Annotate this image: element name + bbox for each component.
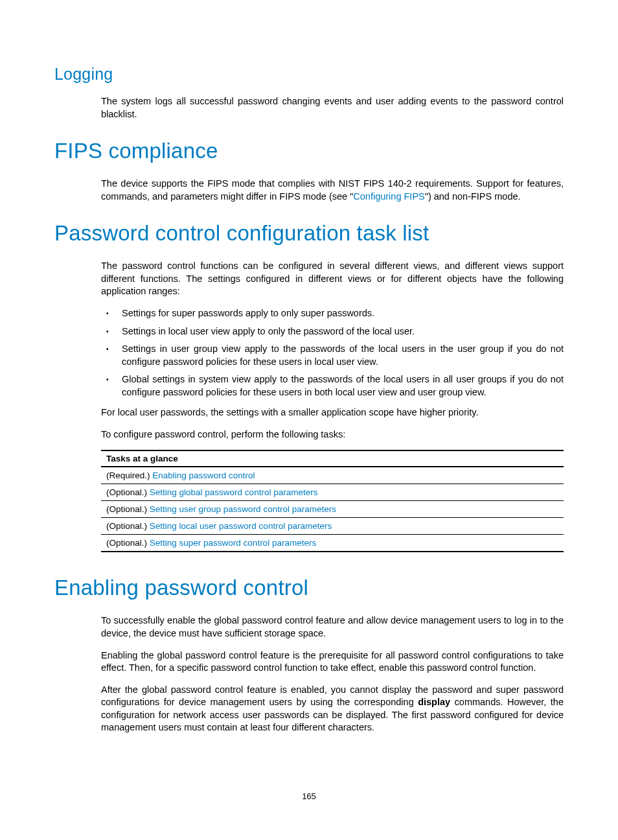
list-item: Settings in local user view apply to onl… — [101, 325, 564, 338]
enabling-p3-bold: display — [418, 697, 450, 707]
enabling-p1: To successfully enable the global passwo… — [101, 614, 564, 640]
enabling-p2: Enabling the global password control fea… — [101, 649, 564, 675]
row-prefix: (Optional.) — [106, 521, 150, 531]
row-prefix: (Required.) — [106, 471, 152, 480]
list-item: Settings in user group view apply to the… — [101, 343, 564, 368]
tasklist-intro: The password control functions can be co… — [101, 260, 564, 298]
enabling-p3: After the global password control featur… — [101, 684, 564, 734]
table-row: (Optional.) Setting super password contr… — [101, 535, 564, 552]
logging-paragraph: The system logs all successful password … — [101, 95, 564, 121]
tasklist-bullets: Settings for super passwords apply to on… — [101, 307, 564, 399]
link-setting-local-user-params[interactable]: Setting local user password control para… — [150, 521, 332, 531]
list-item: Global settings in system view apply to … — [101, 373, 564, 399]
tasks-table-header: Tasks at a glance — [101, 450, 564, 467]
link-enabling-password-control[interactable]: Enabling password control — [152, 471, 255, 480]
table-row: (Required.) Enabling password control — [101, 467, 564, 484]
fips-paragraph: The device supports the FIPS mode that c… — [101, 178, 564, 203]
row-prefix: (Optional.) — [106, 487, 150, 497]
row-prefix: (Optional.) — [106, 504, 150, 514]
table-row: (Optional.) Setting user group password … — [101, 501, 564, 518]
heading-tasklist: Password control configuration task list — [54, 221, 564, 246]
heading-enabling: Enabling password control — [54, 576, 564, 600]
tasklist-configure: To configure password control, perform t… — [101, 428, 564, 441]
row-prefix: (Optional.) — [106, 538, 150, 548]
table-row: (Optional.) Setting local user password … — [101, 518, 564, 535]
list-item: Settings for super passwords apply to on… — [101, 307, 564, 320]
page-number: 165 — [0, 791, 618, 801]
heading-fips: FIPS compliance — [54, 139, 564, 163]
link-setting-global-params[interactable]: Setting global password control paramete… — [150, 487, 318, 497]
fips-text-post: ") and non-FIPS mode. — [425, 191, 521, 202]
link-configuring-fips[interactable]: Configuring FIPS — [353, 191, 424, 202]
table-row: (Optional.) Setting global password cont… — [101, 484, 564, 501]
link-setting-user-group-params[interactable]: Setting user group password control para… — [150, 504, 336, 514]
heading-logging: Logging — [54, 65, 564, 84]
tasklist-priority: For local user passwords, the settings w… — [101, 406, 564, 419]
tasks-table: Tasks at a glance (Required.) Enabling p… — [101, 450, 564, 552]
link-setting-super-params[interactable]: Setting super password control parameter… — [150, 538, 316, 548]
